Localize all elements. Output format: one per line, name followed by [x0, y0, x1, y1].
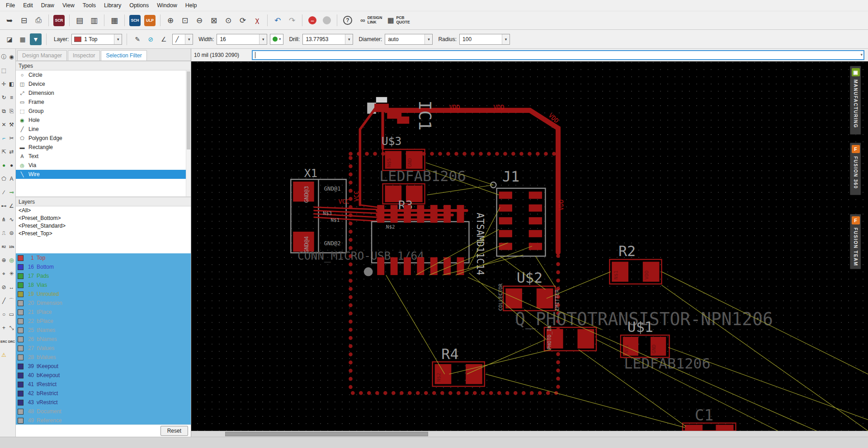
layer-22-bplace[interactable]: 22 bPlace [16, 317, 191, 326]
undo-button[interactable]: ↶ [271, 14, 284, 27]
layer-settings-button[interactable]: ◪ [4, 33, 15, 45]
print-button[interactable]: ⎙ [32, 14, 45, 27]
tool-move[interactable]: ✛ [0, 78, 8, 90]
design-link-button[interactable]: ∞ DESIGN LINK [360, 16, 382, 25]
layer-swatch[interactable] [18, 373, 24, 378]
menu-help[interactable]: Help [181, 0, 201, 11]
miter-button[interactable]: ∠ [158, 33, 170, 45]
layer-40-bkeepout[interactable]: 40 bKeepout [16, 371, 191, 380]
tool-via[interactable]: ◎ [8, 254, 15, 266]
type-frame[interactable]: ▭ Frame [16, 98, 186, 107]
tool-signal[interactable]: ∿ [8, 214, 15, 225]
layer-39-tkeepout[interactable]: 39 tKeepout [16, 362, 191, 371]
scrollbar-thumb[interactable] [225, 432, 428, 436]
tool-polygon[interactable]: ⬠ [0, 173, 8, 185]
layer-18-vias[interactable]: 18 Vias [16, 280, 191, 289]
layer-swatch[interactable] [18, 382, 24, 387]
zoom-select-button[interactable]: ⊠ [207, 14, 221, 27]
redraw-button[interactable]: ⟳ [236, 14, 250, 27]
tool-mirror[interactable]: ◧ [8, 78, 15, 90]
tool-change[interactable]: ⚒ [8, 119, 15, 131]
chevron-down-icon[interactable]: ▾ [502, 34, 509, 44]
layer-25-tnames[interactable]: 25 tNames [16, 326, 191, 335]
layer-28-bvalues[interactable]: 28 bValues [16, 353, 191, 362]
menu-library[interactable]: Library [100, 0, 125, 11]
menu-window[interactable]: Window [153, 0, 181, 11]
tool-dot[interactable]: ● [8, 159, 15, 171]
layer-17-pads[interactable]: 17 Pads [16, 271, 191, 280]
export-chart-button[interactable]: ▥ [87, 14, 101, 27]
fusion-team-tab[interactable]: F FUSION TEAM [850, 214, 861, 269]
layer-swatch[interactable] [18, 282, 24, 288]
preset-all[interactable]: <All> [16, 206, 191, 214]
save-button[interactable]: ⊟ [17, 14, 31, 27]
chevron-down-icon[interactable]: ▾ [259, 34, 267, 44]
type-text[interactable]: A Text [16, 152, 186, 161]
table-button[interactable]: ▦ [108, 14, 121, 27]
chevron-down-icon[interactable]: ▾ [114, 34, 122, 44]
tool-line[interactable]: ╱ [0, 295, 8, 307]
grid-button[interactable]: ▦ [17, 33, 28, 45]
tool-show[interactable]: ◉ [8, 51, 15, 63]
run-ulp-button[interactable]: χ [250, 14, 264, 27]
type-hole[interactable]: ◉ Hole [16, 116, 186, 125]
preset-top[interactable]: <Preset_Top> [16, 229, 191, 237]
open-button[interactable]: ➥ [3, 14, 16, 27]
tool-rotate[interactable]: ↻ [0, 92, 8, 103]
manufacturing-tab[interactable]: ▣ MANUFACTURING [850, 66, 861, 135]
tool-smash[interactable]: ⊕ [0, 254, 8, 266]
tool-paste[interactable]: ⎘ [8, 105, 15, 117]
radius-combo[interactable]: 100 ▾ [459, 34, 510, 45]
layer-43-vrestrict[interactable]: 43 vRestrict [16, 398, 191, 407]
layer-1-top[interactable]: 1 Top [16, 253, 191, 262]
horizontal-scrollbar[interactable] [191, 431, 868, 437]
tab-inspector[interactable]: Inspector [68, 50, 100, 61]
tool-select[interactable]: ⬚ [0, 65, 8, 76]
tool-lock[interactable]: ⊘ [0, 281, 8, 293]
tool-split[interactable]: ⋔ [0, 214, 8, 225]
menu-tools[interactable]: Tools [79, 0, 100, 11]
stop-button[interactable]: – [308, 16, 316, 24]
tool-circle[interactable]: ○ [0, 308, 8, 320]
tool-autoroute[interactable]: ⊜ [8, 227, 15, 239]
wire-style-select[interactable]: ╱ ▾ [172, 34, 193, 45]
zoom-fit-button[interactable]: ⊡ [178, 14, 192, 27]
menu-view[interactable]: View [58, 0, 79, 11]
menu-draw[interactable]: Draw [37, 0, 58, 11]
tool-align[interactable]: ≡ [8, 92, 15, 103]
menu-file[interactable]: File [2, 0, 19, 11]
tool-info[interactable]: ⓘ [0, 51, 8, 63]
layer-21-tplace[interactable]: 21 tPlace [16, 308, 191, 317]
help-button[interactable]: ? [343, 16, 352, 25]
layer-20-dimension[interactable]: 20 Dimension [16, 299, 191, 308]
fusion-360-tab[interactable]: F FUSION 360 [850, 143, 861, 195]
tool-spacer[interactable] [8, 65, 15, 76]
go-button[interactable] [323, 16, 331, 24]
zoom-out-button[interactable]: ⊖ [193, 14, 206, 27]
tool-pin[interactable]: ⌖ [0, 268, 8, 280]
menu-options[interactable]: Options [125, 0, 153, 11]
diameter-combo[interactable]: auto ▾ [385, 34, 433, 45]
layer-42-brestrict[interactable]: 42 bRestrict [16, 389, 191, 398]
layer-swatch[interactable] [18, 391, 24, 397]
width-combo[interactable]: 16 ▾ [217, 34, 267, 45]
type-wire[interactable]: ╲ Wire [16, 170, 186, 179]
layer-48-document[interactable]: 48 Document [16, 407, 191, 416]
tool-route[interactable]: ⌐ [0, 132, 8, 144]
wire-bend-angle-button[interactable]: ✎ [132, 33, 143, 45]
type-line[interactable]: ╱ Line [16, 125, 186, 134]
type-device[interactable]: ◫ Device [16, 79, 186, 89]
layer-swatch[interactable] [18, 355, 24, 360]
wire-bend-round-button[interactable]: ⊘ [145, 33, 156, 45]
tool-attach[interactable]: ⊷ [0, 200, 8, 212]
type-rectangle[interactable]: ▬ Rectangle [16, 143, 186, 152]
chevron-down-icon[interactable]: ▾ [185, 34, 193, 44]
layer-swatch[interactable] [18, 264, 24, 270]
pcb-quote-button[interactable]: ▦ PCB QUOTE [387, 16, 410, 25]
tool-text[interactable]: A [8, 173, 15, 185]
zoom-in-button[interactable]: ⊕ [164, 14, 177, 27]
command-input[interactable] [252, 50, 864, 60]
layer-swatch[interactable] [18, 400, 24, 406]
pcb-canvas[interactable]: VDD VDD VDD VDD IC1 U$3 [191, 61, 868, 431]
type-polygon-edge[interactable]: ⬠ Polygon Edge [16, 134, 186, 143]
